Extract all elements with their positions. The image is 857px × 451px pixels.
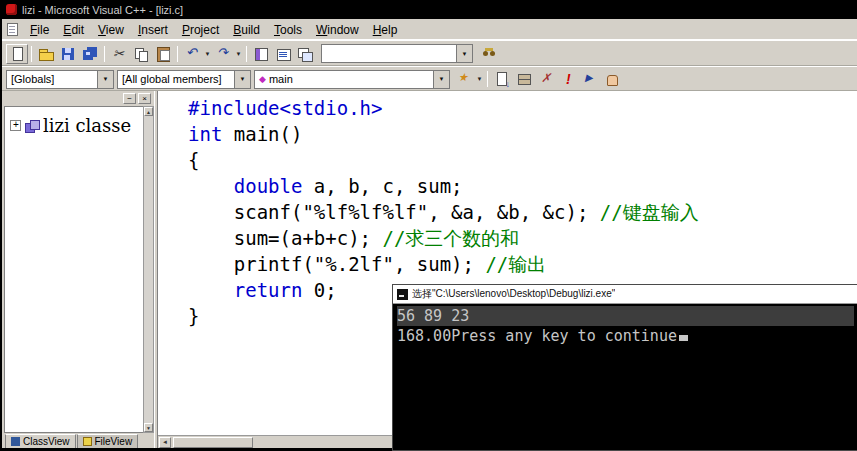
code-line: #include<stdio.h> (188, 95, 857, 121)
wizard-actions-button[interactable] (453, 69, 475, 89)
menu-window[interactable]: Window (309, 21, 366, 39)
toolbar-separator (31, 46, 32, 62)
go-icon (582, 71, 598, 87)
wizard-actions-dropdown-arrow[interactable]: ▼ (475, 76, 484, 82)
title-bar[interactable]: lizi - Microsoft Visual C++ - [lizi.c] (2, 0, 857, 19)
window-title: lizi - Microsoft Visual C++ - [lizi.c] (22, 4, 183, 16)
find-combobox[interactable]: ▼ (321, 44, 473, 63)
console-output[interactable]: 56 89 23168.00Press any key to continue (393, 304, 857, 450)
tab-label: FileView (95, 436, 133, 447)
function-combobox-value[interactable]: ◆main (255, 73, 433, 85)
toolbar-separator (246, 46, 247, 62)
console-icon (397, 289, 408, 300)
scroll-up-icon[interactable]: ▲ (144, 107, 153, 116)
console-line: 56 89 23 (397, 306, 854, 326)
workspace-scrollbar[interactable]: ▲ ▼ (143, 106, 154, 433)
stop-build-button[interactable] (535, 69, 557, 89)
build-button[interactable] (513, 69, 535, 89)
wizard-actions-icon (456, 71, 472, 87)
code-line: printf("%.2lf", sum); //输出 (188, 251, 857, 277)
window-list-icon (297, 46, 313, 62)
scroll-left-icon[interactable]: ◄ (159, 437, 171, 448)
console-title: 选择"C:\Users\lenovo\Desktop\Debug\lizi.ex… (412, 287, 615, 301)
code-line: int main() (188, 121, 857, 147)
workspace-panel: lizi classes ▲ ▼ ClassViewFileView (2, 91, 154, 451)
go-button[interactable] (579, 69, 601, 89)
open-button[interactable] (35, 44, 57, 64)
fileview-icon (83, 437, 92, 446)
scope-dropdown-arrow[interactable]: ▼ (97, 71, 113, 88)
menu-build[interactable]: Build (226, 21, 267, 39)
compile-button[interactable] (491, 69, 513, 89)
tab-label: ClassView (23, 436, 70, 447)
breakpoint-button[interactable] (601, 69, 623, 89)
members-combobox[interactable]: [All global members] ▼ (117, 70, 251, 89)
toolbar-separator (487, 71, 488, 87)
standard-toolbar: ▼ ▼ ▼ (2, 40, 857, 66)
scope-combobox-value[interactable]: [Globals] (7, 73, 97, 85)
paste-button[interactable] (152, 44, 174, 64)
new-file-icon (9, 46, 25, 62)
find-dropdown-arrow[interactable]: ▼ (456, 45, 472, 62)
tree-root-item[interactable]: lizi classes (5, 107, 143, 136)
workspace-icon (253, 46, 269, 62)
app-window: lizi - Microsoft Visual C++ - [lizi.c] F… (0, 0, 857, 451)
redo-button[interactable] (212, 44, 234, 64)
cut-icon (111, 46, 127, 62)
hscroll-thumb[interactable] (173, 437, 253, 448)
output-button[interactable] (272, 44, 294, 64)
console-title-bar[interactable]: 选择"C:\Users\lenovo\Desktop\Debug\lizi.ex… (393, 285, 857, 304)
class-tree[interactable]: lizi classes (4, 106, 143, 433)
code-line: sum=(a+b+c); //求三个数的和 (188, 225, 857, 251)
document-icon[interactable] (7, 23, 18, 36)
undo-button[interactable] (181, 44, 203, 64)
workspace-panel-header (2, 91, 154, 106)
paste-icon (155, 46, 171, 62)
redo-icon (215, 46, 231, 62)
menu-view[interactable]: View (91, 21, 131, 39)
copy-icon (133, 46, 149, 62)
find-in-files-icon (481, 46, 497, 62)
menu-file[interactable]: File (23, 21, 56, 39)
menu-project[interactable]: Project (175, 21, 226, 39)
save-button[interactable] (57, 44, 79, 64)
panel-close-button[interactable] (138, 93, 151, 104)
open-icon (38, 46, 54, 62)
menu-insert[interactable]: Insert (131, 21, 175, 39)
console-cursor (679, 335, 688, 341)
function-dropdown-arrow[interactable]: ▼ (433, 71, 449, 88)
workspace-button[interactable] (250, 44, 272, 64)
undo-icon (184, 46, 200, 62)
console-line: 168.00Press any key to continue (397, 326, 854, 346)
new-file-button[interactable] (6, 44, 28, 64)
members-combobox-value[interactable]: [All global members] (118, 73, 234, 85)
execute-button[interactable] (557, 69, 579, 89)
save-all-button[interactable] (79, 44, 101, 64)
code-line: double a, b, c, sum; (188, 173, 857, 199)
menu-tools[interactable]: Tools (267, 21, 309, 39)
scroll-down-icon[interactable]: ▼ (144, 423, 153, 432)
stop-build-icon (538, 71, 554, 87)
function-icon: ◆ (259, 74, 266, 84)
cut-button[interactable] (108, 44, 130, 64)
copy-button[interactable] (130, 44, 152, 64)
window-list-button[interactable] (294, 44, 316, 64)
redo-dropdown-arrow[interactable]: ▼ (234, 51, 243, 57)
function-combobox[interactable]: ◆main ▼ (254, 70, 450, 89)
panel-dock-button[interactable] (123, 93, 136, 104)
code-line: scanf("%lf%lf%lf", &a, &b, &c); //键盘输入 (188, 199, 857, 225)
scope-combobox[interactable]: [Globals] ▼ (6, 70, 114, 89)
wizard-bar: [Globals] ▼ [All global members] ▼ ◆main… (2, 66, 857, 91)
undo-dropdown-arrow[interactable]: ▼ (203, 51, 212, 57)
compile-icon (494, 71, 510, 87)
classes-icon (25, 120, 39, 132)
menu-help[interactable]: Help (366, 21, 405, 39)
save-all-icon (82, 46, 98, 62)
menu-edit[interactable]: Edit (56, 21, 91, 39)
members-dropdown-arrow[interactable]: ▼ (234, 71, 250, 88)
find-in-files-button[interactable] (478, 44, 500, 64)
tree-expand-icon[interactable] (10, 120, 21, 131)
output-icon (275, 46, 291, 62)
workspace-panel-body: lizi classes ▲ ▼ (2, 106, 154, 433)
tree-root-label[interactable]: lizi classes (43, 115, 131, 136)
